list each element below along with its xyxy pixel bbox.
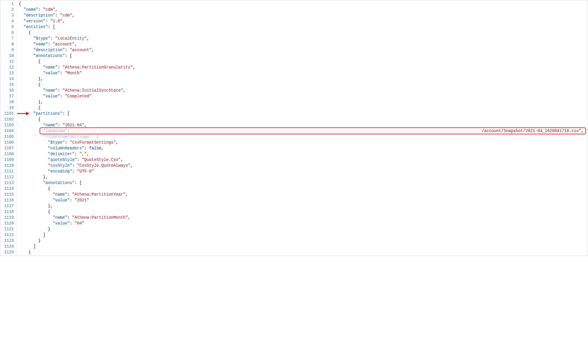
code-line[interactable]: }: [19, 226, 587, 232]
code-token: [19, 250, 29, 255]
code-token: [19, 25, 24, 29]
code-line[interactable]: "value": "Month": [19, 70, 587, 76]
code-line[interactable]: },: [19, 76, 587, 82]
code-line[interactable]: "value": "2021": [19, 197, 587, 203]
code-token: "columnHeaders": [48, 146, 84, 151]
code-line[interactable]: "description": "account",: [19, 47, 587, 53]
code-token: "value": [43, 71, 60, 75]
code-line[interactable]: },: [19, 99, 587, 105]
line-number: 1124: [3, 244, 14, 249]
code-line[interactable]: "quoteStyle": "QuoteStyle.Csv",: [19, 157, 587, 163]
code-token: "annotations": [33, 53, 65, 58]
code-line[interactable]: "version": "1.0",: [19, 18, 587, 24]
line-number: 12: [3, 64, 14, 70]
code-line[interactable]: "name": "Athena:PartitionGranularity",: [19, 64, 587, 70]
code-line[interactable]: "name": "cdm",: [19, 7, 587, 12]
code-token: "value": [43, 94, 60, 99]
code-token: :: [65, 48, 70, 52]
code-line[interactable]: "fileFormatSettings": {: [19, 134, 587, 140]
code-token: "value": [53, 198, 70, 203]
code-line[interactable]: "name": "Athena:PartitionYear",: [19, 192, 587, 197]
code-token: [19, 117, 38, 122]
code-token: [19, 157, 48, 162]
code-line[interactable]: "entities": [: [19, 24, 587, 30]
code-line[interactable]: "value": "Completed": [19, 93, 587, 99]
code-token: [19, 53, 33, 58]
code-line[interactable]: {: [19, 59, 587, 64]
code-line[interactable]: {: [19, 105, 587, 111]
code-token: :: [65, 140, 70, 145]
code-token: ,: [87, 152, 89, 156]
code-token: [19, 129, 43, 133]
code-token: [19, 244, 33, 249]
code-token: [19, 82, 38, 87]
code-line[interactable]: "name": "account",: [19, 41, 587, 47]
code-token: [19, 123, 43, 127]
line-number: 1115: [3, 192, 14, 197]
code-line[interactable]: }: [19, 238, 587, 244]
code-token: :: [57, 88, 62, 93]
code-token: {: [29, 30, 31, 35]
code-token: [19, 30, 29, 35]
code-token: ,: [87, 36, 89, 41]
line-number: 1107: [3, 145, 14, 151]
code-token: "fileFormatSettings": [43, 134, 92, 139]
code-token: : [: [75, 181, 82, 185]
code-token: [19, 227, 48, 231]
line-number: 1108: [3, 151, 14, 157]
code-line[interactable]: {: [19, 1, 587, 7]
code-token: [19, 71, 43, 75]
code-token: ,: [123, 88, 125, 93]
code-line[interactable]: {: [19, 82, 587, 88]
code-line[interactable]: "name": "Athena:PartitionMonth",: [19, 215, 587, 220]
code-line[interactable]: "columnHeaders": false,: [19, 145, 587, 151]
code-line[interactable]: {: [19, 30, 587, 36]
code-line[interactable]: ]: [19, 244, 587, 249]
code-token: "value": [53, 221, 70, 226]
code-token: ,: [101, 146, 104, 151]
code-token: }: [29, 250, 31, 255]
line-number: 1102: [3, 116, 14, 122]
code-line[interactable]: {: [19, 186, 587, 192]
code-line[interactable]: "$type": "CsvFormatSettings",: [19, 140, 587, 145]
code-line[interactable]: "annotations": [: [19, 180, 587, 186]
code-token: ,: [131, 163, 133, 168]
code-token: "$type": [48, 140, 65, 145]
line-number: 17: [3, 93, 14, 99]
code-line[interactable]: "name": "2021-04",: [19, 122, 587, 128]
line-number: 1117: [3, 203, 14, 209]
code-line[interactable]: "csvStyle": "CsvStyle.QuoteAlways",: [19, 163, 587, 168]
code-line[interactable]: "partitions": [: [19, 111, 587, 116]
code-token: }: [38, 238, 40, 243]
code-token: {: [38, 82, 40, 87]
code-token: :: [48, 42, 53, 47]
code-line[interactable]: "description": "cdm",: [19, 12, 587, 18]
code-line[interactable]: {: [19, 116, 587, 122]
code-token: false: [89, 146, 101, 151]
code-line[interactable]: ]: [19, 232, 587, 238]
code-line[interactable]: "location":: [19, 128, 587, 134]
code-line[interactable]: },: [19, 174, 587, 180]
code-token: "description": [24, 13, 55, 18]
code-line[interactable]: "encoding": "UTF-8": [19, 168, 587, 174]
code-line[interactable]: }: [19, 249, 587, 255]
line-number: 1109: [3, 157, 14, 163]
code-line[interactable]: "annotations": [: [19, 53, 587, 59]
code-line[interactable]: "value": "04": [19, 220, 587, 226]
code-line[interactable]: },: [19, 203, 587, 209]
code-line[interactable]: {: [19, 209, 587, 215]
code-line[interactable]: "name": "Athena:InitialSyncState",: [19, 88, 587, 93]
code-token: : [: [65, 53, 72, 58]
code-token: [19, 7, 24, 12]
code-token: "encoding": [48, 169, 72, 174]
code-line[interactable]: "$type": "LocalEntity",: [19, 36, 587, 41]
code-line[interactable]: "delimiter": ",",: [19, 151, 587, 157]
code-token: :: [60, 94, 65, 99]
code-content[interactable]: { "name": "cdm", "description": "cdm", "…: [17, 1, 587, 255]
code-token: ,: [133, 65, 135, 70]
code-token: {: [38, 117, 40, 122]
line-number: 1: [3, 1, 14, 7]
code-editor[interactable]: 1234567891011121314151617181911011102110…: [1, 1, 587, 255]
code-token: ,: [126, 192, 128, 197]
line-number: 10: [3, 53, 14, 59]
